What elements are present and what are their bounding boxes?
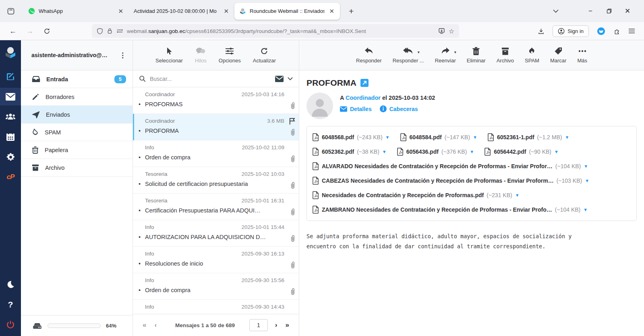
attachment-item[interactable]: 6052362.pdf (~38 KB) ▼ [313,148,387,156]
attachment-item[interactable]: CABEZAS Necesidades de Contratación y Re… [313,177,589,185]
tab-list-chevron-icon[interactable] [547,3,565,19]
message-row[interactable]: Coordinador 2025-10-03 14:16 • PROFORMAS [133,87,299,114]
forward-button[interactable]: ▾ Reenviar [435,47,456,64]
firefox-view-icon[interactable] [4,4,18,18]
extensions-puzzle-icon[interactable] [613,28,620,35]
new-tab-button[interactable]: + [346,6,356,16]
forward-caret-icon[interactable]: ▾ [454,50,456,54]
headers-link[interactable]: Cabeceras [380,105,418,112]
dark-mode-moon-icon[interactable] [0,276,21,293]
menu-hamburger-icon[interactable] [628,28,635,34]
message-row[interactable]: Tesoreria 2025-10-02 10:03 • Solicitud d… [133,167,299,194]
folder-item[interactable]: Entrada 5 [21,70,133,88]
message-row[interactable]: Tesoreria 2025-10-01 16:31 • Certificaci… [133,194,299,220]
sign-in-button[interactable]: Sign in [553,25,589,37]
compose-button[interactable] [0,68,21,85]
folder-item[interactable]: Borradores [21,88,133,106]
attachment-item[interactable]: 6048568.pdf (~243 KB) ▼ [313,133,390,141]
open-in-new-window-icon[interactable] [360,79,369,87]
options-button[interactable]: Opciones [219,47,241,64]
first-page-button[interactable]: « [139,321,150,329]
folder-item[interactable]: SPAM [21,124,133,141]
attachment-item[interactable]: 6052361-1.pdf (~1.2 MB) ▼ [488,133,569,141]
reload-button[interactable] [40,25,53,37]
attachment-menu-caret-icon[interactable]: ▼ [473,135,477,140]
logout-power-button[interactable] [0,316,21,334]
attachment-item[interactable]: Necesidades de Contratación y Recepción … [313,191,520,199]
browser-tab[interactable]: WhatsApp ✕ [23,3,129,20]
select-button[interactable]: Seleccionar [155,47,183,64]
folder-item[interactable]: Enviados [21,106,133,124]
search-options-chevron-icon[interactable] [288,77,293,80]
attachment-menu-caret-icon[interactable]: ▼ [585,179,589,183]
forward-button[interactable]: → [23,25,36,37]
last-page-button[interactable]: » [282,321,293,329]
folder-item[interactable]: Papelera [21,141,133,159]
message-row[interactable]: Info 2025-09-30 16:13 • Resoluciones de … [133,247,299,273]
shield-icon[interactable] [97,28,103,35]
reply-all-button[interactable]: ▾ Responder ... [393,47,424,64]
url-text[interactable]: webmail.sanjuan.gob.ec/cpsess6168253395/… [127,28,435,34]
save-page-icon[interactable] [438,28,445,34]
flag-icon[interactable] [289,118,296,125]
calendar-nav-button[interactable] [0,128,21,146]
account-menu-kebab-icon[interactable]: ⋮ [116,51,129,60]
search-bar[interactable]: Buscar... [133,70,299,87]
close-window-button[interactable]: ✕ [618,3,637,19]
reply-all-caret-icon[interactable]: ▾ [418,50,420,54]
next-page-button[interactable]: › [271,321,282,329]
extension-fox-icon[interactable] [597,27,605,35]
settings-nav-button[interactable] [0,148,21,166]
attachment-menu-caret-icon[interactable]: ▼ [554,150,559,154]
attachment-menu-caret-icon[interactable]: ▼ [515,193,520,198]
threads-button[interactable]: Hilos [195,47,207,64]
back-button[interactable]: ← [6,25,19,37]
message-row[interactable]: Info 2025-09-30 15:56 • Orden de compra [133,273,299,300]
message-row[interactable]: Info 2025-10-01 15:44 • AUTORIZACION PAR… [133,220,299,247]
attachment-menu-caret-icon[interactable]: ▼ [470,150,474,154]
tab-close-icon[interactable]: ✕ [328,8,335,15]
folder-item[interactable]: Archivo [21,159,133,177]
attachment-item[interactable]: 6048584.pdf (~147 KB) ▼ [400,133,478,141]
details-link[interactable]: Detalles [340,106,372,112]
attachment-item[interactable]: ZAMBRANO Necesidades de Contratación y R… [313,206,588,214]
minimize-button[interactable]: − [581,3,600,19]
attachment-item[interactable]: 6056436.pdf (~376 KB) ▼ [397,148,474,156]
browser-tab[interactable]: Actividad 2025-10-02 08:00:00 | Mo ✕ [129,3,234,20]
bookmark-star-icon[interactable]: ☆ [449,27,454,35]
permissions-icon[interactable] [116,28,123,34]
mail-nav-button[interactable] [0,88,21,105]
attachment-item[interactable]: 6056442.pdf (~90 KB) ▼ [485,148,559,156]
attachment-menu-caret-icon[interactable]: ▼ [583,208,588,212]
more-button[interactable]: Más [577,47,587,64]
message-row[interactable]: Info 2025-10-02 11:09 • Orden de compra [133,140,299,167]
browser-tab[interactable]: Roundcube Webmail :: Enviados ✕ [234,3,340,20]
prev-page-button[interactable]: ‹ [150,321,161,329]
contacts-nav-button[interactable] [0,108,21,126]
lock-icon[interactable] [107,28,113,34]
message-row[interactable]: Coordinador 3.6 MB • PROFORMA [133,114,299,140]
tab-close-icon[interactable]: ✕ [223,8,230,15]
search-scope-mail-icon[interactable] [275,76,284,82]
roundcube-logo[interactable] [4,46,17,59]
help-button[interactable]: ? [0,296,21,313]
attachment-menu-caret-icon[interactable]: ▼ [382,150,387,154]
page-number-input[interactable]: 1 [249,319,268,331]
message-row[interactable]: Info 2025-09-30 14:43 [133,300,299,314]
cpanel-button[interactable]: cP [0,168,21,186]
recipient-link[interactable]: Coordinador [346,95,381,101]
attachment-menu-caret-icon[interactable]: ▼ [584,164,588,169]
delete-button[interactable]: Eliminar [467,47,486,64]
reply-button[interactable]: Responder [356,47,382,64]
spam-button[interactable]: SPAM [525,47,539,64]
restore-button[interactable] [600,3,618,19]
url-bar[interactable]: webmail.sanjuan.gob.ec/cpsess6168253395/… [92,24,459,38]
archive-button[interactable]: Archivo [497,47,514,64]
mark-button[interactable]: Marcar [550,47,566,64]
refresh-button[interactable]: Actualizar [253,47,276,64]
attachment-menu-caret-icon[interactable]: ▼ [385,135,390,140]
downloads-icon[interactable] [538,28,545,35]
tab-close-icon[interactable]: ✕ [117,8,124,15]
attachment-menu-caret-icon[interactable]: ▼ [565,135,569,140]
attachment-item[interactable]: ALVARADO Necesidades de Contratación y R… [313,162,588,170]
